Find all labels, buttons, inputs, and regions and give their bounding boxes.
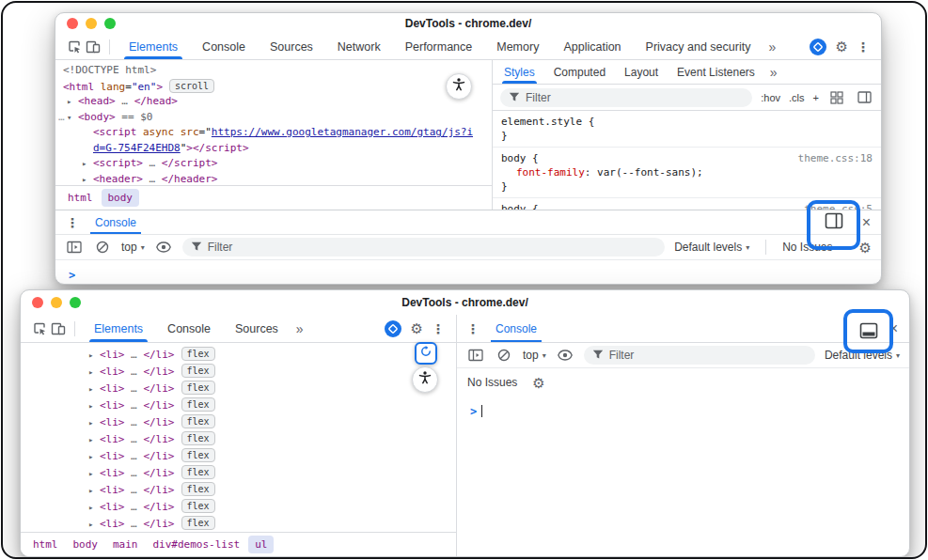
expand-arrow-icon[interactable]: ▸ [82,156,87,172]
sidebar-tab-event-listeners[interactable]: Event Listeners [668,60,764,84]
live-expression-eye-icon[interactable] [154,238,173,257]
expand-arrow-icon[interactable]: ▸ [88,431,93,448]
titlebar[interactable]: DevTools - chrome.dev/ [21,290,909,315]
more-options-kebab-icon[interactable]: ⋮ [857,40,870,54]
expand-arrow-icon[interactable]: ▾ [67,110,71,126]
expand-arrow-icon[interactable]: ▸ [88,448,93,465]
expand-arrow-icon[interactable]: ▸ [88,364,93,381]
layout-badge-flex[interactable]: flex [181,516,215,530]
device-toolbar-icon[interactable] [49,319,68,338]
console-filter[interactable] [584,346,815,365]
expand-arrow-icon[interactable]: ▸ [88,381,93,397]
styles-filter-input[interactable] [526,91,744,104]
more-panels-icon[interactable]: » [763,39,781,54]
console-sidebar-icon[interactable] [466,346,485,365]
more-sidebar-tabs-icon[interactable]: » [764,65,783,80]
layout-badge-flex[interactable]: flex [181,431,215,445]
breadcrumb-main[interactable]: main [106,536,145,553]
sidebar-tab-styles[interactable]: Styles [495,60,544,84]
tab-sources[interactable]: Sources [223,315,291,342]
close-drawer-icon[interactable]: × [862,215,871,230]
styles-filter[interactable] [500,88,752,107]
layout-badge-flex[interactable]: flex [181,414,215,428]
layout-badge-flex[interactable]: flex [181,482,215,496]
devtools-status-badge-icon[interactable] [384,319,402,338]
layout-badge-flex[interactable]: flex [181,364,215,378]
drawer-tab-console[interactable]: Console [491,315,542,342]
clear-console-icon[interactable] [93,238,112,257]
expand-arrow-icon[interactable]: ▸ [88,414,93,431]
accessibility-button[interactable] [412,366,438,393]
console-filter-input[interactable] [609,349,807,362]
breadcrumb-body[interactable]: body [67,536,105,553]
breadcrumb-div-demos-list[interactable]: div#demos-list [147,536,247,553]
clear-console-icon[interactable] [495,346,513,365]
device-toolbar-icon[interactable] [84,38,102,56]
settings-gear-icon[interactable]: ⚙ [836,39,848,54]
tab-privacy-and-security[interactable]: Privacy and security [634,34,763,59]
dom-tree-row[interactable]: ▸<li> … </li>flex [21,364,456,381]
inspect-element-icon[interactable] [30,319,49,338]
expand-arrow-icon[interactable]: ▸ [88,516,93,532]
dom-tree-row[interactable]: ▸<header> … </header> [55,172,492,186]
javascript-context-selector[interactable]: top ▾ [523,349,546,362]
layout-badge-flex[interactable]: flex [181,499,215,513]
devtools-status-badge-icon[interactable] [809,38,827,56]
layout-badge-flex[interactable]: flex [181,347,215,361]
drawer-tab-console[interactable]: Console [90,210,141,234]
breadcrumb-ul[interactable]: ul [248,536,274,553]
dom-tree-row[interactable]: ▸<li> … </li>flex [21,516,456,532]
expand-arrow-icon[interactable]: ▸ [88,499,93,516]
console-settings-gear-icon[interactable]: ⚙ [532,376,544,390]
dom-tree-row[interactable]: ▸<li> … </li>flex [21,381,456,397]
live-expression-eye-icon[interactable] [556,346,574,365]
dom-tree-row[interactable]: ▸<li> … </li>flex [21,448,456,465]
javascript-context-selector[interactable]: top ▾ [121,241,145,254]
expand-arrow-icon[interactable]: ▸ [82,172,87,186]
expand-arrow-icon[interactable]: ▸ [88,397,93,414]
layout-badge-scroll[interactable]: scroll [169,79,214,93]
css-source-link[interactable]: theme.css:18 [798,151,873,165]
sidebar-tab-computed[interactable]: Computed [544,60,615,84]
dom-tree-row[interactable]: ▸<li> … </li>flex [21,465,456,482]
drawer-menu-kebab-icon[interactable]: ⋮ [66,216,79,229]
dom-tree-row[interactable]: ▸<li> … </li>flex [21,431,456,448]
dom-tree-row[interactable]: ▸<li> … </li>flex [21,482,456,499]
tab-elements[interactable]: Elements [82,315,155,342]
dom-tree-row[interactable]: ▸<li> … </li>flex [21,414,456,431]
more-options-kebab-icon[interactable]: ⋮ [432,322,445,335]
log-levels-selector[interactable]: Default levels ▾ [674,241,749,254]
dom-tree-row[interactable]: ▸<li> … </li>flex [21,347,456,364]
console-filter-input[interactable] [208,241,656,254]
dom-tree-row[interactable]: ▸<li> … </li>flex [21,397,456,414]
dom-tree-row[interactable]: ▸<script> … </script> [55,156,492,172]
tab-console[interactable]: Console [190,34,258,59]
more-panels-icon[interactable]: » [291,321,309,336]
new-style-rule-button[interactable]: + [813,92,819,103]
dock-to-bottom-icon[interactable] [859,322,878,350]
console-filter[interactable] [182,238,665,257]
expand-arrow-icon[interactable]: ▸ [88,465,93,482]
breadcrumb-body[interactable]: body [102,189,140,207]
css-property-name[interactable]: font-family [516,165,585,179]
issues-counter[interactable]: No Issues [467,376,517,389]
dom-tree-row[interactable]: d=G-754F24EHD8"></script> [55,141,492,157]
tab-performance[interactable]: Performance [393,34,485,59]
tab-memory[interactable]: Memory [484,34,551,59]
titlebar[interactable]: DevTools - chrome.dev/ [55,13,881,34]
node-options-dots-icon[interactable]: … [58,110,65,126]
expand-arrow-icon[interactable]: ▸ [67,94,71,110]
sidebar-tab-layout[interactable]: Layout [615,60,668,84]
expand-arrow-icon[interactable]: ▸ [88,482,93,499]
accessibility-button[interactable] [446,73,472,100]
breadcrumb-html[interactable]: html [26,536,65,553]
element-classes-toggle[interactable]: .cls [789,92,805,103]
dom-tree-row[interactable]: <!DOCTYPE html> [55,63,492,79]
settings-gear-icon[interactable]: ⚙ [411,321,423,335]
tab-elements[interactable]: Elements [117,34,190,59]
tab-application[interactable]: Application [551,34,633,59]
console-prompt[interactable]: > [55,260,881,284]
tab-network[interactable]: Network [325,34,393,59]
layout-badge-flex[interactable]: flex [181,465,215,479]
dom-tree-row[interactable]: …▾<body> == $0 [55,110,492,126]
